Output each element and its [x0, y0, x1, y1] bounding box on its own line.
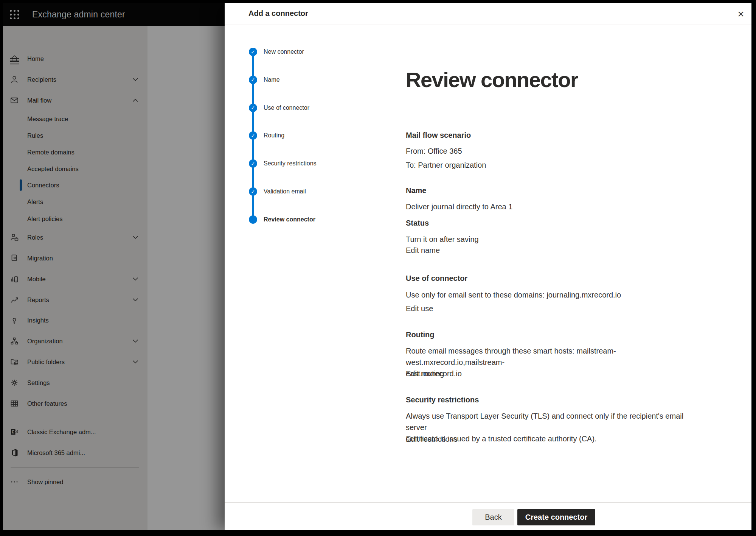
section-heading-name: Name: [406, 185, 705, 196]
step-complete-check-icon: ✓: [249, 76, 257, 84]
mail-flow-to: To: Partner organization: [406, 159, 705, 171]
wizard-step-routing[interactable]: Routing: [264, 132, 284, 139]
panel-title: Add a connector: [248, 9, 308, 18]
edit-use-link[interactable]: Edit use: [406, 303, 705, 314]
wizard-step-use-of-connector[interactable]: Use of connector: [264, 104, 309, 111]
section-heading-status: Status: [406, 217, 705, 229]
wizard-step-validation-email[interactable]: Validation email: [264, 188, 306, 195]
wizard-step-review-connector[interactable]: Review connector: [264, 216, 315, 223]
mail-flow-from: From: Office 365: [406, 145, 705, 157]
section-heading-security: Security restrictions: [406, 394, 705, 405]
step-complete-check-icon: ✓: [249, 187, 257, 196]
panel-header: Add a connector ×: [225, 3, 751, 25]
wizard-step-name[interactable]: Name: [264, 76, 280, 83]
status-value: Turn it on after saving: [406, 234, 705, 245]
security-value-line1: Always use Transport Layer Security (TLS…: [406, 412, 683, 432]
panel-footer: Back Create connector: [225, 502, 751, 530]
edit-routing-link[interactable]: Edit routing: [406, 368, 705, 379]
edit-restrictions-link[interactable]: Edit restrictions: [406, 433, 705, 445]
create-connector-button[interactable]: Create connector: [517, 509, 595, 525]
name-value: Deliver journal directly to Area 1: [406, 201, 705, 212]
add-connector-panel: Add a connector × ✓New connector✓Name✓Us…: [225, 3, 751, 530]
section-heading-use: Use of connector: [406, 273, 705, 284]
modal-dim-overlay: [3, 3, 225, 530]
step-complete-check-icon: ✓: [249, 159, 257, 168]
step-current-dot-icon: [249, 215, 257, 224]
step-complete-check-icon: ✓: [249, 104, 257, 112]
panel-column-divider: [381, 25, 381, 502]
app-window: Exchange admin center HomeRecipientsMail…: [3, 3, 751, 530]
routing-value-line1: Route email messages through these smart…: [406, 347, 616, 366]
step-complete-check-icon: ✓: [249, 48, 257, 56]
wizard-step-new-connector[interactable]: New connector: [264, 48, 304, 55]
edit-name-link[interactable]: Edit name: [406, 245, 705, 256]
use-value: Use only for email sent to these domains…: [406, 289, 705, 301]
back-button[interactable]: Back: [472, 509, 514, 525]
section-heading-mail-flow: Mail flow scenario: [406, 129, 705, 141]
review-title: Review connector: [406, 68, 746, 92]
step-complete-check-icon: ✓: [249, 131, 257, 140]
close-icon[interactable]: ×: [733, 6, 749, 22]
wizard-step-security-restrictions[interactable]: Security restrictions: [264, 160, 317, 167]
section-heading-routing: Routing: [406, 329, 705, 340]
